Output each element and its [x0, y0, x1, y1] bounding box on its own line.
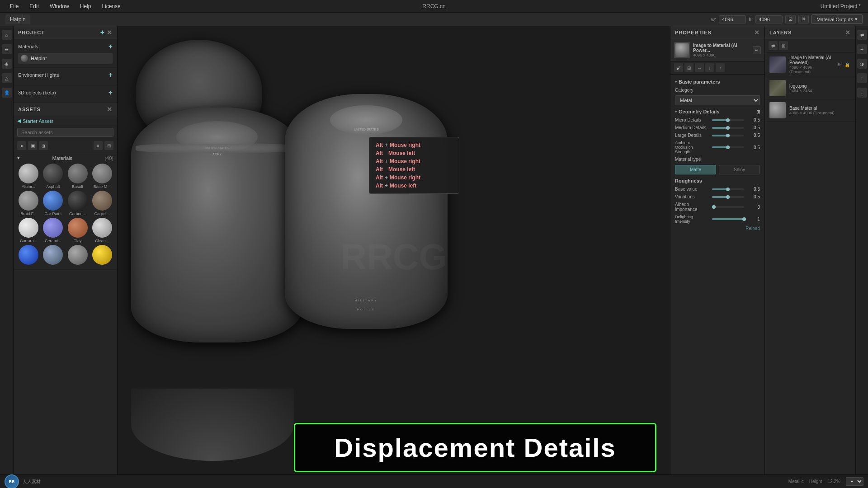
variations-slider[interactable]	[712, 196, 745, 198]
image-view-icon[interactable]: ▣	[28, 141, 37, 150]
project-add-btn[interactable]: +	[100, 29, 105, 36]
context-popup: Alt + Mouse right Alt Mouse left Alt + M…	[369, 137, 459, 194]
right-tool-2[interactable]: ☀	[857, 44, 867, 54]
ao-slider[interactable]	[712, 146, 745, 148]
right-tool-5[interactable]: ↓	[857, 88, 867, 98]
add-material-btn[interactable]: +	[108, 43, 113, 50]
crop-btn[interactable]: ✕	[798, 15, 809, 23]
sidebar-user-icon[interactable]: 👤	[2, 88, 12, 98]
delighting-slider[interactable]	[712, 218, 745, 220]
properties-close-btn[interactable]: ✕	[754, 29, 760, 36]
prop-scroll[interactable]: ▾ Basic parameters Category Metal ▾ Geom…	[670, 75, 764, 488]
layer-visibility-icon[interactable]: 👁	[835, 61, 843, 68]
prop-layers2-icon[interactable]: ⊞	[684, 63, 693, 72]
category-select[interactable]: Metal	[675, 95, 760, 105]
right-tool-3[interactable]: ◑	[857, 59, 867, 69]
prop-undo-btn[interactable]: ↩	[753, 46, 761, 54]
medium-slider[interactable]	[712, 127, 745, 129]
layer-item-base[interactable]: Base Material 4096 × 4096 (Document)	[765, 99, 855, 122]
viewport-tab[interactable]: Hatpin	[5, 14, 30, 24]
prop-export-icon[interactable]: ↑	[716, 63, 725, 72]
add-3d-object-btn[interactable]: +	[108, 89, 113, 96]
matte-btn[interactable]: Matte	[675, 165, 716, 174]
large-slider[interactable]	[712, 135, 745, 136]
material-thumb-gold[interactable]	[91, 245, 113, 266]
menu-help[interactable]: Help	[77, 2, 94, 10]
project-close-btn[interactable]: ✕	[107, 29, 113, 36]
grid-view-icon[interactable]: ⊞	[104, 141, 113, 150]
albedo-slider[interactable]	[712, 206, 745, 208]
sidebar-home-icon[interactable]: ⌂	[2, 30, 12, 40]
assets-materials-header[interactable]: ▾ Materials (40)	[17, 154, 113, 162]
right-tool-4[interactable]: ↑	[857, 73, 867, 83]
layer-item-ai[interactable]: Image to Material (AI Powered) 4096 × 40…	[765, 52, 855, 77]
material-thumb-asphalt[interactable]: Asphalt	[42, 164, 64, 189]
search-input[interactable]	[17, 128, 113, 137]
material-thumb-carrara[interactable]: Carrara...	[17, 218, 40, 243]
right-tool-1[interactable]: ⇄	[857, 30, 867, 40]
material-thumb-ceramic[interactable]: Cerami...	[42, 218, 64, 243]
micro-slider[interactable]	[712, 119, 745, 121]
outputs-btn[interactable]: Material Outputs ▾	[811, 14, 863, 24]
bottom-height-label: Height	[809, 479, 822, 484]
circle-view-icon[interactable]: ●	[17, 141, 26, 150]
assets-close-btn[interactable]: ✕	[107, 106, 113, 113]
menu-edit[interactable]: Edit	[27, 2, 42, 10]
geometry-section-header[interactable]: ▾ Geometry Details ⊞	[670, 107, 764, 116]
material-thumb-blue-sphere[interactable]	[17, 245, 40, 266]
prop-brush-icon[interactable]: 🖌	[674, 63, 683, 72]
menu-license[interactable]: License	[99, 2, 123, 10]
layers-panel: LAYERS ✕ ⇄ ⊞ Image to Material (AI Power…	[765, 26, 855, 488]
thumb-ball-icon	[43, 218, 63, 238]
aspect-ratio-btn[interactable]: ⊡	[785, 15, 796, 23]
material-thumb-aluminum[interactable]: Alumi...	[17, 164, 40, 189]
material-view-icon[interactable]: ◑	[39, 141, 48, 150]
viewport[interactable]: RRCG UNITED STATES ARMY UNITED STATES MI…	[118, 26, 670, 488]
roughness-header[interactable]: Roughness	[670, 176, 764, 185]
shiny-btn[interactable]: Shiny	[719, 165, 760, 174]
layer-tool-2[interactable]: ⊞	[779, 41, 788, 50]
assets-materials-section: ▾ Materials (40) Alumi... Asphalt	[14, 152, 117, 270]
logo-circle: RR	[5, 474, 19, 488]
width-input[interactable]	[719, 15, 746, 23]
env-lights-label[interactable]: Environment lights	[18, 72, 59, 78]
material-thumb-clay[interactable]: Clay	[66, 218, 89, 243]
add-env-light-btn[interactable]: +	[108, 71, 113, 79]
badge-scene: UNITED STATES ARMY UNITED STATES MILITAR…	[118, 26, 670, 474]
material-thumb-base-m[interactable]: Base M...	[91, 164, 113, 189]
geometry-expand-icon[interactable]: ⊞	[756, 109, 760, 114]
medium-details-field: Medium Details 0.5	[670, 124, 764, 131]
material-thumb-car-paint[interactable]: Car Paint	[42, 191, 64, 216]
prop-toolbar: 🖌 ⊞ → ↓ ↑	[670, 61, 764, 75]
objects-3d-label[interactable]: 3D objects (beta)	[18, 90, 56, 95]
material-thumb-clean[interactable]: Clean _	[91, 218, 113, 243]
prop-download-icon[interactable]: ↓	[705, 63, 714, 72]
layer-tool-1[interactable]: ⇄	[769, 41, 778, 50]
base-value-slider[interactable]	[712, 188, 745, 190]
assets-panel-header: ASSETS ✕	[14, 103, 117, 116]
menu-window[interactable]: Window	[47, 2, 72, 10]
layer-item-logo[interactable]: logo.png 2464 × 2464	[765, 77, 855, 99]
bottom-channel-select[interactable]: ▾	[846, 477, 863, 486]
starter-assets-back[interactable]: ◀ Starter Assets	[17, 118, 113, 124]
material-thumb-carpet[interactable]: Carpet...	[91, 191, 113, 216]
material-thumb-carbon[interactable]: Carbon...	[66, 191, 89, 216]
prop-arrow-icon[interactable]: →	[695, 63, 704, 72]
height-input[interactable]	[755, 15, 783, 23]
material-item-hatpin[interactable]: Hatpin*	[18, 53, 113, 64]
material-thumb-basalt[interactable]: Basalt	[66, 164, 89, 189]
layer-lock-icon[interactable]: 🔒	[844, 61, 851, 68]
layers-close-btn[interactable]: ✕	[845, 29, 851, 36]
sidebar-shape-icon[interactable]: △	[2, 73, 12, 83]
sidebar-material-icon[interactable]: ◉	[2, 59, 12, 69]
list-view-icon[interactable]: ≡	[94, 141, 103, 150]
layer-thumb-ai	[769, 56, 786, 73]
menu-file[interactable]: File	[7, 2, 21, 10]
sidebar-layers-icon[interactable]: ☰	[2, 44, 12, 54]
material-thumb-braid[interactable]: Braid F...	[17, 191, 40, 216]
base-value-field: Base value 0.5	[670, 185, 764, 193]
material-thumb-metal-grey[interactable]	[66, 245, 89, 266]
basic-params-header[interactable]: ▾ Basic parameters	[670, 77, 764, 86]
reload-btn[interactable]: Reload	[670, 225, 764, 232]
material-thumb-wavy[interactable]	[42, 245, 64, 266]
